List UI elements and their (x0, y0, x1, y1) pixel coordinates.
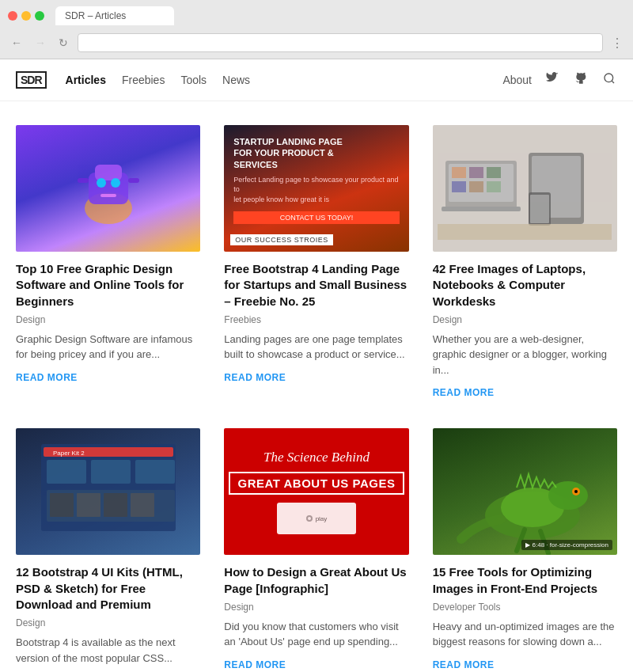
svg-text:Paper Kit 2: Paper Kit 2 (53, 450, 85, 457)
article-category: Design (433, 314, 617, 325)
article-body: How to Design a Great About Us Page [Inf… (224, 555, 408, 672)
svg-rect-32 (77, 493, 100, 517)
svg-rect-22 (469, 181, 483, 192)
browser-chrome: SDR – Articles ← → ↻ ⋮ (0, 0, 633, 59)
svg-rect-27 (47, 460, 86, 484)
search-icon[interactable] (601, 70, 617, 89)
tab-title: SDR – Articles (65, 10, 126, 21)
svg-point-6 (111, 178, 120, 188)
nav-freebies[interactable]: Freebies (122, 74, 165, 86)
address-bar[interactable] (78, 33, 603, 52)
article-image: Paper Kit 2 (16, 428, 200, 555)
article-image: STARTUP LANDING PAGEFOR YOUR PRODUCT &SE… (224, 125, 408, 252)
article-image (16, 125, 200, 252)
article-title: Free Bootstrap 4 Landing Page for Startu… (224, 261, 408, 309)
site-logo[interactable]: SDR (16, 71, 47, 89)
svg-rect-4 (95, 165, 122, 180)
article-category: Design (224, 602, 408, 613)
minimize-button[interactable] (21, 11, 31, 21)
article-category: Design (16, 617, 200, 628)
maximize-button[interactable] (35, 11, 44, 21)
article-card: 42 Free Images of Laptops, Notebooks & C… (433, 125, 617, 404)
traffic-lights (8, 11, 44, 21)
article-title: 15 Free Tools for Optimizing Images in F… (433, 564, 617, 597)
article-category: Developer Tools (433, 602, 617, 613)
article-body: 15 Free Tools for Optimizing Images in F… (433, 555, 617, 672)
svg-rect-21 (452, 181, 466, 192)
read-more-link[interactable]: READ MORE (433, 387, 495, 398)
article-card: The Science Behind GREAT ABOUT US PAGES … (224, 428, 408, 672)
close-button[interactable] (8, 11, 17, 21)
read-more-link[interactable]: READ MORE (433, 659, 495, 670)
svg-rect-17 (438, 224, 612, 240)
article-title: Top 10 Free Graphic Design Software and … (16, 261, 200, 309)
twitter-icon[interactable] (544, 70, 560, 89)
about-us-science-text: The Science Behind (263, 449, 370, 466)
svg-point-0 (605, 74, 613, 82)
article-category: Design (16, 314, 200, 325)
svg-rect-9 (128, 178, 139, 183)
forward-button[interactable]: → (32, 35, 49, 51)
article-excerpt: Graphic Design Software are infamous for… (16, 332, 200, 363)
nav-articles[interactable]: Articles (66, 74, 106, 86)
article-title: How to Design a Great About Us Page [Inf… (224, 564, 408, 597)
read-more-link[interactable]: READ MORE (224, 659, 286, 670)
article-excerpt: Bootstrap 4 is available as the next ver… (16, 635, 200, 666)
browser-titlebar: SDR – Articles (0, 0, 633, 30)
article-title: 42 Free Images of Laptops, Notebooks & C… (433, 261, 617, 309)
article-image-overlay: STARTUP LANDING PAGEFOR YOUR PRODUCT &SE… (224, 125, 408, 252)
github-icon[interactable] (573, 70, 589, 89)
svg-point-39 (574, 490, 578, 493)
svg-point-5 (97, 178, 106, 188)
svg-line-1 (612, 81, 614, 83)
article-body: 12 Bootstrap 4 UI Kits (HTML, PSD & Sket… (16, 555, 200, 672)
nav-tools[interactable]: Tools (180, 74, 207, 86)
image-overlay-label: ▶ 6:48 · for-size-compression (521, 540, 612, 550)
browser-tab[interactable]: SDR – Articles (55, 6, 174, 25)
article-card: STARTUP LANDING PAGEFOR YOUR PRODUCT &SE… (224, 125, 408, 404)
articles-grid: Top 10 Free Graphic Design Software and … (0, 101, 633, 672)
article-body: 42 Free Images of Laptops, Notebooks & C… (433, 252, 617, 404)
site-header: SDR Articles Freebies Tools News About (0, 59, 633, 101)
svg-rect-16 (530, 195, 549, 223)
svg-rect-7 (100, 194, 116, 197)
article-image: ▶ 6:48 · for-size-compression (433, 428, 617, 555)
svg-rect-12 (442, 207, 521, 211)
article-card: Top 10 Free Graphic Design Software and … (16, 125, 200, 404)
article-card: Paper Kit 2 12 Bootstrap 4 UI Kits (HTML… (16, 428, 200, 672)
svg-rect-18 (452, 167, 466, 178)
read-more-link[interactable]: READ MORE (16, 372, 78, 383)
article-card: ▶ 6:48 · for-size-compression 15 Free To… (433, 428, 617, 672)
browser-addressbar: ← → ↻ ⋮ (0, 30, 633, 59)
article-image-label: OUR SUCCESS STROIES (230, 234, 333, 245)
svg-rect-8 (78, 178, 89, 183)
article-category: Freebies (224, 314, 408, 325)
about-link[interactable]: About (502, 74, 532, 86)
header-right: About (502, 70, 617, 89)
svg-rect-28 (91, 460, 131, 484)
article-title: 12 Bootstrap 4 UI Kits (HTML, PSD & Sket… (16, 564, 200, 613)
article-image (433, 125, 617, 252)
back-button[interactable]: ← (8, 35, 25, 51)
cta-button[interactable]: CONTACT US TODAY! (233, 211, 399, 224)
reload-button[interactable]: ↻ (55, 35, 71, 51)
article-body: Free Bootstrap 4 Landing Page for Startu… (224, 252, 408, 389)
about-us-mockup: play (277, 503, 356, 534)
article-body: Top 10 Free Graphic Design Software and … (16, 252, 200, 389)
article-excerpt: Did you know that customers who visit an… (224, 619, 408, 650)
article-excerpt: Landing pages are one page templates bui… (224, 332, 408, 363)
svg-rect-34 (131, 493, 154, 517)
read-more-link[interactable]: READ MORE (224, 372, 286, 383)
svg-rect-29 (135, 460, 175, 484)
browser-menu-button[interactable]: ⋮ (609, 34, 625, 52)
articles-main: Top 10 Free Graphic Design Software and … (0, 101, 633, 672)
svg-rect-20 (487, 167, 501, 178)
svg-rect-19 (469, 167, 483, 178)
svg-rect-23 (487, 181, 501, 192)
svg-rect-33 (104, 493, 127, 517)
main-nav: Articles Freebies Tools News (66, 74, 251, 86)
svg-rect-31 (50, 493, 74, 517)
about-us-great-text: GREAT ABOUT US PAGES (229, 472, 405, 495)
nav-news[interactable]: News (222, 74, 250, 86)
article-excerpt: Heavy and un-optimized images are the bi… (433, 619, 617, 650)
